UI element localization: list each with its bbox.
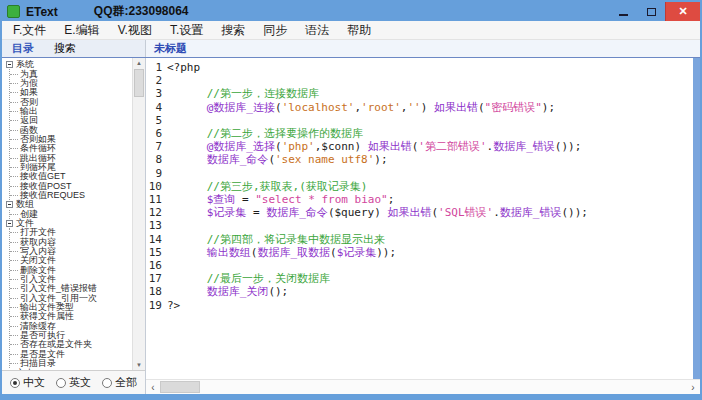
code-editor[interactable]: 1<?php23 //第一步，连接数据库4 @数据库_连接('localhost… bbox=[146, 58, 700, 394]
code-text: 输出数组(数据库_取数据($记录集)); bbox=[167, 246, 396, 259]
line-number: 16 bbox=[146, 259, 162, 272]
code-token: @数据库_选择 bbox=[207, 140, 275, 153]
radio-icon[interactable] bbox=[56, 378, 66, 388]
tree-scroll-up-icon[interactable]: ▲ bbox=[133, 58, 145, 68]
code-line[interactable]: 16 bbox=[146, 259, 693, 272]
sidebar-tab-directory[interactable]: 目录 bbox=[2, 41, 44, 56]
radio-selected-icon[interactable] bbox=[10, 378, 20, 388]
hscroll-thumb[interactable] bbox=[160, 381, 200, 393]
code-line[interactable]: 14 //第四部，将记录集中数据显示出来 bbox=[146, 233, 693, 246]
menu-item-6[interactable]: 语法 bbox=[296, 21, 338, 39]
code-token: ( bbox=[330, 246, 337, 259]
code-text: //最后一步，关闭数据库 bbox=[167, 272, 330, 285]
close-button[interactable]: ✕ bbox=[665, 2, 700, 21]
line-number: 13 bbox=[146, 219, 162, 232]
minimize-button[interactable] bbox=[609, 2, 637, 21]
collapse-icon[interactable] bbox=[6, 220, 13, 227]
menu-item-0[interactable]: F.文件 bbox=[4, 21, 55, 39]
line-number: 14 bbox=[146, 233, 162, 246]
editor-vertical-scrollbar[interactable] bbox=[693, 58, 700, 380]
menu-item-4[interactable]: 搜索 bbox=[212, 21, 254, 39]
code-token: = bbox=[246, 206, 266, 219]
code-line[interactable]: 2 bbox=[146, 74, 693, 87]
hscroll-left-icon[interactable]: ‹ bbox=[146, 380, 160, 394]
code-token: $查询 bbox=[207, 193, 236, 206]
code-token: $记录集 bbox=[337, 246, 377, 259]
code-text: 数据库_关闭(); bbox=[167, 285, 288, 298]
code-token: (); bbox=[268, 285, 288, 298]
code-line[interactable]: 3 //第一步，连接数据库 bbox=[146, 87, 693, 100]
tree-root-item[interactable]: 文本 bbox=[6, 368, 133, 370]
code-line[interactable]: 18 数据库_关闭(); bbox=[146, 285, 693, 298]
code-text: //第三步,获取表,(获取记录集) bbox=[167, 180, 368, 193]
maximize-button[interactable] bbox=[637, 2, 665, 21]
code-line[interactable]: 12 $记录集 = 数据库_命令($query) 如果出错('SQL错误'.数据… bbox=[146, 206, 693, 219]
code-text: $查询 = "select * from biao"; bbox=[167, 193, 394, 206]
radio-icon[interactable] bbox=[102, 378, 112, 388]
hscroll-right-icon[interactable]: › bbox=[686, 380, 700, 394]
code-line[interactable]: 9 bbox=[146, 167, 693, 180]
code-token: 数据库_命令 bbox=[266, 206, 328, 219]
code-token: 数据库_错误 bbox=[493, 140, 555, 153]
code-line[interactable]: 17 //最后一步，关闭数据库 bbox=[146, 272, 693, 285]
close-icon: ✕ bbox=[678, 6, 687, 17]
code-line[interactable]: 19?> bbox=[146, 299, 693, 312]
qq-group-label: QQ群:233098064 bbox=[94, 3, 189, 20]
collapse-icon[interactable] bbox=[6, 61, 13, 68]
code-line[interactable]: 1<?php bbox=[146, 61, 693, 74]
line-number: 17 bbox=[146, 272, 162, 285]
code-token bbox=[167, 87, 207, 100]
code-token: ?> bbox=[167, 299, 180, 312]
code-token: "select * from biao" bbox=[255, 193, 387, 206]
code-text: 数据库_命令('sex name utf8'); bbox=[167, 153, 388, 166]
tree-scrollbar[interactable]: ▲ ▼ bbox=[132, 58, 145, 370]
code-token: ()); bbox=[561, 206, 588, 219]
code-token: ( bbox=[268, 153, 275, 166]
code-token: ; bbox=[388, 193, 395, 206]
collapse-icon[interactable] bbox=[6, 201, 13, 208]
code-line[interactable]: 15 输出数组(数据库_取数据($记录集)); bbox=[146, 246, 693, 259]
code-line[interactable]: 11 $查询 = "select * from biao"; bbox=[146, 193, 693, 206]
code-line[interactable]: 8 数据库_命令('sex name utf8'); bbox=[146, 153, 693, 166]
code-token: 'localhost' bbox=[282, 101, 355, 114]
menu-item-7[interactable]: 帮助 bbox=[338, 21, 380, 39]
code-line[interactable]: 13 bbox=[146, 219, 693, 232]
code-token: 数据库_错误 bbox=[500, 206, 562, 219]
code-token: //最后一步，关闭数据库 bbox=[207, 272, 330, 285]
menu-item-1[interactable]: E.编辑 bbox=[55, 21, 108, 39]
filter-radio-0[interactable]: 中文 bbox=[10, 375, 45, 390]
code-token bbox=[167, 153, 207, 166]
line-number: 7 bbox=[146, 140, 162, 153]
filter-radio-1[interactable]: 英文 bbox=[56, 375, 91, 390]
menu-item-3[interactable]: T.设置 bbox=[161, 21, 212, 39]
code-text: //第一步，连接数据库 bbox=[167, 87, 319, 100]
sidebar-tab-search[interactable]: 搜索 bbox=[44, 41, 86, 56]
code-line[interactable]: 4 @数据库_连接('localhost','root','') 如果出错("密… bbox=[146, 101, 693, 114]
menu-item-5[interactable]: 同步 bbox=[254, 21, 296, 39]
filter-radio-label: 全部 bbox=[115, 375, 137, 390]
directory-tree: 系统为真为假如果否则输出返回函数否则如果条件循环跳出循环到循环尾接收值GET接收… bbox=[2, 60, 133, 370]
code-token bbox=[167, 180, 207, 193]
code-area[interactable]: 1<?php23 //第一步，连接数据库4 @数据库_连接('localhost… bbox=[146, 58, 693, 380]
app-window: EText QQ群:233098064 ✕ F.文件E.编辑V.视图T.设置搜索… bbox=[0, 0, 702, 400]
code-line[interactable]: 7 @数据库_选择('php',$conn) 如果出错('第二部错误'.数据库_… bbox=[146, 140, 693, 153]
code-token: //第三步,获取表,(获取记录集) bbox=[207, 180, 368, 193]
app-title: EText bbox=[26, 5, 58, 19]
editor-horizontal-scrollbar[interactable]: ‹ › bbox=[146, 379, 700, 394]
filter-radio-2[interactable]: 全部 bbox=[102, 375, 137, 390]
menu-item-2[interactable]: V.视图 bbox=[109, 21, 161, 39]
sidebar-tabs: 目录 搜索 bbox=[2, 40, 146, 57]
code-line[interactable]: 6 //第二步，选择要操作的数据库 bbox=[146, 127, 693, 140]
code-line[interactable]: 10 //第三步,获取表,(获取记录集) bbox=[146, 180, 693, 193]
tree-scroll-down-icon[interactable]: ▼ bbox=[133, 360, 145, 370]
code-token: '第二部错误' bbox=[418, 140, 486, 153]
code-text: @数据库_连接('localhost','root','') 如果出错("密码错… bbox=[167, 101, 555, 114]
code-token bbox=[167, 285, 207, 298]
document-tab-untitled[interactable]: 未标题 bbox=[146, 41, 195, 56]
code-line[interactable]: 5 bbox=[146, 114, 693, 127]
code-token: 'php' bbox=[282, 140, 315, 153]
tree-scroll-thumb[interactable] bbox=[134, 69, 144, 97]
line-number: 19 bbox=[146, 299, 162, 312]
minimize-icon bbox=[619, 14, 628, 16]
line-number: 12 bbox=[146, 206, 162, 219]
